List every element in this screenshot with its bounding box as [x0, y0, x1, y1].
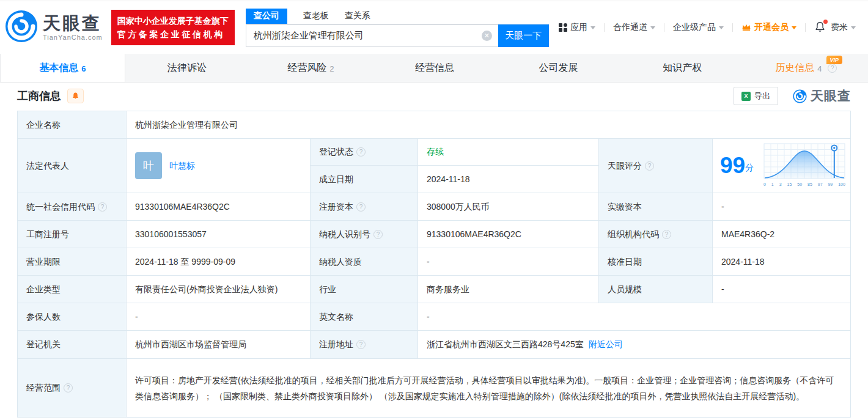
chevron-down-icon	[851, 26, 856, 29]
nav-partners-label: 合作通道	[613, 22, 647, 33]
monitor-bell-button[interactable]	[67, 89, 84, 103]
field-label-business-term: 营业期限	[18, 248, 126, 275]
field-value-business-scope: 许可项目：房地产开发经营(依法须经批准的项目，经相关部门批准后方可开展经营活动，…	[127, 359, 850, 417]
search-tabs: 查公司 查老板 查关系	[246, 9, 549, 24]
nav-user-label: 费米	[831, 22, 848, 33]
export-label: 导出	[754, 90, 770, 101]
clear-icon[interactable]: ✕	[482, 31, 492, 41]
field-value-reg-status: 存续	[418, 139, 598, 165]
field-label-company-name: 企业名称	[18, 111, 126, 138]
field-value-industry: 商务服务业	[418, 276, 598, 303]
logo-domain: TianYanCha.com	[43, 34, 103, 41]
help-icon[interactable]: ?	[64, 383, 73, 392]
search-button[interactable]: 天眼一下	[498, 24, 549, 47]
tab-history-info[interactable]: VIP 历史信息 4 ?	[744, 54, 868, 82]
field-value-taxpayer-id: 91330106MAE4R36Q2C	[418, 221, 598, 248]
field-value-taxpayer-quality: -	[418, 248, 598, 275]
score-distribution-chart: 0131550859799100	[763, 143, 845, 188]
help-icon[interactable]: ?	[828, 64, 837, 73]
field-label-tianyan-score: 天眼评分?	[599, 139, 712, 193]
tab-count: 4	[817, 64, 822, 73]
crown-icon	[741, 23, 751, 33]
field-label-reg-number: 工商注册号	[18, 221, 126, 248]
field-label-taxpayer-quality: 纳税人资质	[311, 248, 417, 275]
nav-user[interactable]: 费米	[831, 22, 856, 33]
search-input[interactable]	[246, 31, 498, 41]
tab-business-risk[interactable]: 经营风险 2	[249, 54, 373, 82]
gov-certification-badge: 国家中小企业发展子基金旗下 官方备案企业征信机构	[111, 10, 235, 45]
help-icon[interactable]: ?	[356, 340, 366, 349]
tab-label: 历史信息	[775, 62, 814, 75]
tab-basic-info[interactable]: 基本信息 6	[0, 54, 125, 82]
chevron-down-icon	[650, 26, 655, 29]
watermark-text: 天眼查	[811, 87, 851, 105]
field-value-reg-capital: 308000万人民币	[418, 193, 598, 220]
help-icon[interactable]: ?	[373, 230, 383, 239]
score-chart-axis: 0131550859799100	[763, 182, 845, 188]
field-value-credit-code: 91330106MAE4R36Q2C	[127, 193, 310, 220]
nav-open-vip[interactable]: 开通会员	[741, 22, 796, 33]
help-icon[interactable]: ?	[645, 161, 654, 171]
nav-apps[interactable]: 应用	[559, 22, 595, 33]
field-value-approval-date: 2024-11-18	[713, 248, 850, 275]
tab-operating-info[interactable]: 经营信息	[373, 54, 497, 82]
legal-rep-link[interactable]: 叶慧标	[169, 160, 195, 172]
field-label-business-scope: 经营范围?	[18, 359, 126, 417]
tab-label: 法律诉讼	[167, 62, 207, 75]
tianyancha-watermark: 天眼查	[793, 87, 851, 105]
field-value-legal-rep: 叶 叶慧标	[127, 139, 310, 193]
legal-rep-avatar[interactable]: 叶	[135, 152, 162, 179]
field-value-tianyan-score: 99 分	[713, 139, 850, 193]
tianyancha-swirl-icon	[5, 10, 38, 45]
search-row: ✕ 天眼一下	[246, 24, 549, 47]
help-icon[interactable]: ?	[356, 202, 366, 212]
field-label-staff-size: 人员规模	[599, 276, 712, 303]
notification-bell-icon[interactable]	[814, 21, 826, 35]
nav-divider	[805, 23, 806, 32]
tab-label: 基本信息	[39, 62, 78, 75]
export-button[interactable]: X 导出	[734, 87, 778, 105]
nav-enterprise[interactable]: 企业级产品	[673, 22, 724, 33]
gov-badge-line1: 国家中小企业发展子基金旗下	[117, 14, 229, 28]
nearby-companies-link[interactable]: 附近公司	[589, 338, 623, 351]
field-label-industry: 行业	[311, 276, 417, 303]
field-label-credit-code: 统一社会信用代码?	[18, 193, 126, 220]
field-value-establish-date: 2024-11-18	[418, 166, 598, 193]
apps-grid-icon	[559, 23, 567, 32]
tab-intellectual-property[interactable]: 知识产权	[620, 54, 745, 82]
tab-legal-litigation[interactable]: 法律诉讼	[125, 54, 249, 82]
nav-divider	[604, 23, 605, 32]
chevron-down-icon	[719, 26, 724, 29]
nav-partners[interactable]: 合作通道	[613, 22, 655, 33]
tab-label: 经营信息	[415, 62, 454, 75]
help-icon[interactable]: ?	[356, 147, 366, 157]
search-tab-company[interactable]: 查公司	[246, 9, 287, 24]
field-label-legal-rep: 法定代表人	[18, 139, 126, 193]
gov-badge-line2: 官方备案企业征信机构	[117, 28, 229, 41]
field-label-taxpayer-id: 纳税人识别号?	[311, 221, 417, 248]
excel-icon: X	[741, 92, 751, 101]
notification-red-dot	[823, 20, 828, 24]
field-value-reg-number: 330106001553057	[127, 221, 310, 248]
field-label-org-code: 组织机构代码?	[599, 221, 712, 248]
field-label-paid-capital: 实缴资本	[599, 193, 712, 220]
field-label-reg-capital: 注册资本?	[311, 193, 417, 220]
field-label-insured-count: 参保人数	[18, 303, 126, 330]
help-icon[interactable]: ?	[98, 202, 107, 212]
tianyancha-swirl-icon	[793, 89, 807, 103]
field-value-reg-authority: 杭州市西湖区市场监督管理局	[127, 331, 310, 358]
search-tab-relation[interactable]: 查关系	[345, 10, 370, 24]
vip-badge: VIP	[826, 56, 843, 64]
score-value: 99 分	[720, 155, 754, 177]
field-label-company-type: 企业类型	[18, 276, 126, 303]
tab-company-development[interactable]: 公司发展	[496, 54, 620, 82]
field-value-paid-capital: -	[713, 193, 850, 220]
search-tab-boss[interactable]: 查老板	[303, 10, 329, 24]
field-label-establish-date: 成立日期	[311, 166, 417, 193]
search-input-wrap: ✕	[246, 24, 498, 47]
tianyancha-logo[interactable]: 天眼查 TianYanCha.com	[5, 10, 103, 45]
nav-divider	[732, 23, 733, 32]
field-value-staff-size: -	[713, 276, 850, 303]
section-title: 工商信息	[17, 89, 61, 103]
help-icon[interactable]: ?	[662, 230, 671, 239]
